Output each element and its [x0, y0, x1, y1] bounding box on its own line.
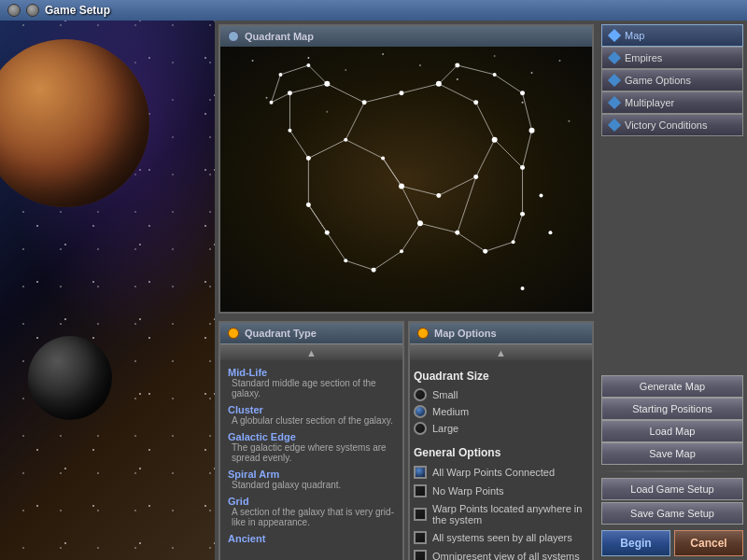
general-option-label: All systems seen by all players — [432, 532, 572, 543]
svg-point-63 — [492, 137, 498, 143]
svg-point-88 — [539, 193, 543, 197]
svg-line-50 — [308, 65, 327, 84]
quadrant-item-name: Spiral Arm — [228, 469, 395, 480]
nav-button-map[interactable]: Map — [601, 24, 743, 47]
nav-button-victory-conditions[interactable]: Victory Conditions — [601, 114, 743, 136]
bottom-panels: Quadrant Type ▲ Mid-LifeStandard middle … — [215, 317, 598, 560]
map-options-header: Map Options — [410, 323, 592, 343]
divider — [601, 470, 743, 472]
svg-line-21 — [402, 84, 439, 93]
general-option[interactable]: Warp Points located anywhere in the syst… — [414, 500, 588, 528]
bottom-buttons: Begin Cancel — [601, 530, 743, 556]
checkbox — [414, 466, 427, 479]
title-bar: Game Setup — [0, 0, 747, 21]
general-option-label: Warp Points located anywhere in the syst… — [432, 503, 588, 525]
svg-line-16 — [345, 103, 364, 140]
general-option[interactable]: No Warp Points — [414, 482, 588, 500]
window-title: Game Setup — [45, 4, 110, 17]
general-option[interactable]: All systems seen by all players — [414, 528, 588, 547]
nav-label-game-options: Game Options — [625, 75, 691, 86]
quadrant-item-grid[interactable]: GridA section of the galaxy that is very… — [224, 493, 399, 530]
action-button-generate-map[interactable]: Generate Map — [601, 375, 743, 398]
radio-button — [414, 422, 427, 435]
svg-point-66 — [399, 183, 404, 189]
size-label: Small — [432, 389, 458, 400]
size-option-small[interactable]: Small — [414, 386, 588, 403]
svg-point-75 — [400, 249, 403, 253]
quadrant-item-mid-life[interactable]: Mid-LifeStandard middle age section of t… — [224, 364, 399, 401]
svg-line-26 — [402, 186, 439, 195]
map-area: Quadrant Map — [218, 24, 594, 314]
nav-button-empires[interactable]: Empires — [601, 47, 743, 69]
svg-point-9 — [558, 60, 560, 62]
svg-line-28 — [345, 140, 383, 159]
quadrant-item-ancient[interactable]: Ancient — [224, 530, 399, 547]
quadrant-item-name: Galactic Edge — [228, 431, 395, 442]
save-game-setup-button[interactable]: Save Game Setup — [601, 502, 743, 525]
svg-line-17 — [308, 140, 345, 159]
planet-small — [28, 336, 112, 420]
svg-point-71 — [529, 128, 535, 133]
svg-point-62 — [473, 100, 478, 105]
svg-point-0 — [252, 60, 254, 62]
svg-point-7 — [494, 55, 496, 57]
nav-button-multiplayer[interactable]: Multiplayer — [601, 91, 743, 114]
map-options-panel: Map Options ▲ Quadrant Size SmallMediumL… — [408, 321, 594, 560]
svg-point-70 — [520, 91, 525, 95]
checkbox — [414, 531, 427, 544]
svg-line-41 — [345, 260, 374, 270]
svg-point-78 — [325, 231, 330, 235]
svg-point-85 — [270, 101, 274, 105]
action-button-load-map[interactable]: Load Map — [601, 420, 743, 442]
right-panel: MapEmpiresGame OptionsMultiplayerVictory… — [598, 21, 747, 560]
begin-button[interactable]: Begin — [601, 530, 670, 556]
size-option-medium[interactable]: Medium — [414, 403, 588, 420]
quadrant-item-galactic-edge[interactable]: Galactic EdgeThe galactic edge where sys… — [224, 428, 399, 466]
map-header-icon — [228, 31, 239, 42]
svg-point-59 — [288, 129, 291, 133]
svg-point-8 — [531, 72, 533, 74]
action-button-starting-positions[interactable]: Starting Positions — [601, 398, 743, 420]
map-options-scroll-up[interactable]: ▲ — [410, 343, 592, 360]
radio-button — [414, 388, 427, 401]
nav-button-game-options[interactable]: Game Options — [601, 69, 743, 91]
cancel-button[interactable]: Cancel — [674, 530, 743, 556]
svg-point-4 — [382, 53, 384, 55]
svg-point-82 — [520, 212, 525, 217]
quadrant-scroll-up[interactable]: ▲ — [220, 343, 402, 360]
action-button-save-map[interactable]: Save Map — [601, 442, 743, 465]
general-option-label: All Warp Points Connected — [432, 467, 555, 478]
size-option-large[interactable]: Large — [414, 420, 588, 437]
load-game-setup-button[interactable]: Load Game Setup — [601, 478, 743, 500]
svg-point-80 — [483, 249, 487, 254]
map-header: Quadrant Map — [220, 26, 592, 47]
quadrant-item-desc: A section of the galaxy that is very gri… — [232, 507, 395, 527]
general-option[interactable]: Omnipresent view of all systems — [414, 547, 588, 560]
nav-label-victory-conditions: Victory Conditions — [625, 119, 707, 131]
quadrant-item-name: Grid — [228, 496, 395, 507]
quadrant-item-cluster[interactable]: ClusterA globular cluster section of the… — [224, 401, 399, 428]
close-button[interactable] — [26, 4, 39, 17]
svg-point-65 — [436, 193, 441, 198]
svg-point-81 — [512, 240, 515, 244]
quadrant-panel-header: Quadrant Type — [220, 323, 402, 343]
svg-point-11 — [326, 111, 328, 113]
quadrant-item-spiral-arm[interactable]: Spiral ArmStandard galaxy quadrant. — [224, 466, 399, 493]
svg-point-12 — [522, 102, 524, 104]
svg-line-31 — [458, 65, 495, 75]
minimize-button[interactable] — [7, 4, 21, 17]
general-option-label: Omnipresent view of all systems — [432, 551, 580, 560]
svg-line-30 — [439, 65, 458, 84]
quadrant-item-desc: A globular cluster section of the galaxy… — [232, 415, 395, 426]
general-option[interactable]: All Warp Points Connected — [414, 463, 588, 482]
nav-diamond-map — [608, 29, 621, 42]
svg-point-56 — [362, 100, 367, 105]
svg-line-35 — [495, 140, 523, 168]
svg-point-68 — [455, 63, 459, 67]
svg-point-55 — [324, 81, 330, 87]
quadrant-item-desc: Standard galaxy quadrant. — [232, 480, 395, 490]
nav-label-multiplayer: Multiplayer — [625, 97, 674, 108]
svg-line-14 — [289, 84, 327, 93]
starmap[interactable] — [220, 47, 592, 312]
general-option-label: No Warp Points — [432, 485, 504, 497]
